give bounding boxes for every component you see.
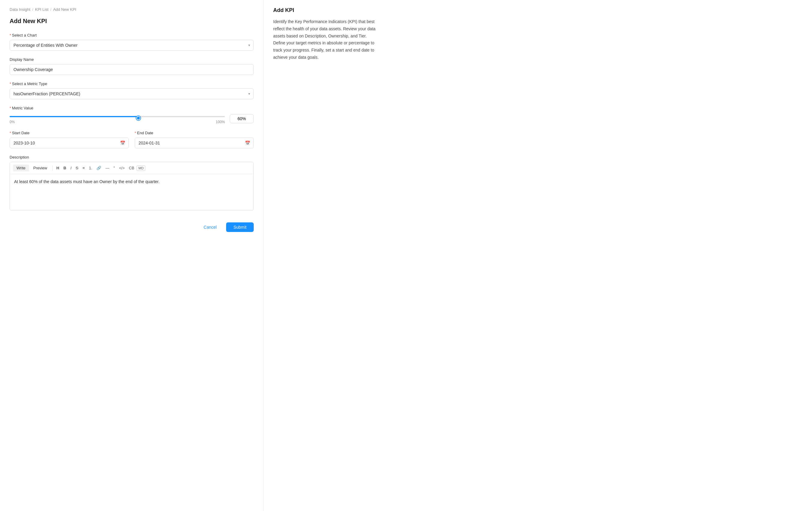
preview-tab[interactable]: Preview bbox=[30, 164, 51, 171]
slider-max-label: 100% bbox=[216, 120, 225, 124]
breadcrumb-sep-1: / bbox=[32, 7, 33, 12]
start-date-input[interactable] bbox=[9, 138, 129, 149]
italic-button[interactable]: I bbox=[68, 164, 74, 171]
chart-label-text: Select a Chart bbox=[12, 33, 36, 37]
footer-actions: Cancel Submit bbox=[9, 219, 254, 238]
metric-value-label: * Metric Value bbox=[9, 106, 254, 110]
metric-type-select[interactable]: hasOwnerFraction (PERCENTAGE) bbox=[9, 88, 254, 99]
md-button[interactable]: MD bbox=[137, 165, 145, 171]
metric-type-label-text: Select a Metric Type bbox=[12, 82, 47, 86]
editor-toolbar: Write Preview H B I S ≡ 1. 🔗 — " </> CB … bbox=[10, 162, 253, 174]
start-date-required-star: * bbox=[9, 131, 11, 135]
slider-row: 0% 100% bbox=[9, 113, 254, 124]
chart-select[interactable]: Percentage of Entities With Owner bbox=[9, 40, 254, 51]
ordered-list-button[interactable]: 1. bbox=[87, 164, 94, 171]
end-date-label: * End Date bbox=[135, 131, 254, 135]
end-date-input[interactable] bbox=[135, 138, 254, 149]
main-panel: Data Insight / KPI List / Add New KPI Ad… bbox=[0, 0, 264, 511]
end-date-label-text: End Date bbox=[137, 131, 153, 135]
chart-required-star: * bbox=[9, 33, 11, 37]
unordered-list-button[interactable]: ≡ bbox=[81, 164, 87, 171]
start-date-field: * Start Date 📅 bbox=[9, 131, 129, 149]
metric-value-required-star: * bbox=[9, 106, 11, 110]
slider-container: 0% 100% bbox=[9, 113, 225, 124]
breadcrumb: Data Insight / KPI List / Add New KPI bbox=[9, 7, 254, 12]
metric-value-input[interactable] bbox=[230, 114, 254, 123]
side-panel-description: Identify the Key Performance Indicators … bbox=[273, 18, 380, 61]
metric-value-label-text: Metric Value bbox=[12, 106, 33, 110]
write-tab[interactable]: Write bbox=[13, 164, 29, 171]
metric-type-required-star: * bbox=[9, 82, 11, 86]
start-date-label: * Start Date bbox=[9, 131, 129, 135]
blockquote-button[interactable]: " bbox=[112, 164, 117, 171]
breadcrumb-add-new-kpi: Add New KPI bbox=[53, 7, 76, 12]
description-label-text: Description bbox=[9, 155, 29, 159]
display-name-label: Display Name bbox=[9, 57, 254, 62]
link-button[interactable]: 🔗 bbox=[95, 164, 103, 171]
display-name-input[interactable] bbox=[9, 64, 254, 75]
toolbar-separator-1 bbox=[52, 165, 53, 171]
bold-button[interactable]: B bbox=[62, 164, 68, 171]
start-date-label-text: Start Date bbox=[12, 131, 30, 135]
display-name-label-text: Display Name bbox=[9, 57, 34, 62]
hr-button[interactable]: — bbox=[104, 164, 111, 171]
description-section: Description Write Preview H B I S ≡ 1. 🔗… bbox=[9, 155, 254, 210]
slider-labels: 0% 100% bbox=[9, 120, 225, 124]
chart-label: * Select a Chart bbox=[9, 33, 254, 37]
breadcrumb-kpi-list[interactable]: KPI List bbox=[35, 7, 49, 12]
metric-type-select-wrapper: hasOwnerFraction (PERCENTAGE) ▾ bbox=[9, 88, 254, 99]
start-date-input-wrapper: 📅 bbox=[9, 138, 129, 149]
metric-type-label: * Select a Metric Type bbox=[9, 82, 254, 86]
end-date-input-wrapper: 📅 bbox=[135, 138, 254, 149]
end-date-field: * End Date 📅 bbox=[135, 131, 254, 149]
end-date-required-star: * bbox=[135, 131, 136, 135]
strikethrough-button[interactable]: S bbox=[74, 164, 80, 171]
heading-button[interactable]: H bbox=[55, 164, 61, 171]
page-title: Add New KPI bbox=[9, 18, 254, 25]
breadcrumb-sep-2: / bbox=[50, 7, 52, 12]
chart-field-group: * Select a Chart Percentage of Entities … bbox=[9, 33, 254, 51]
description-label: Description bbox=[9, 155, 254, 159]
editor-wrapper: Write Preview H B I S ≡ 1. 🔗 — " </> CB … bbox=[9, 162, 254, 210]
description-text: At least 60% of the data assets must hav… bbox=[14, 179, 160, 184]
metric-value-section: * Metric Value 0% 100% bbox=[9, 106, 254, 124]
editor-content[interactable]: At least 60% of the data assets must hav… bbox=[10, 174, 253, 210]
cb-button[interactable]: CB bbox=[127, 164, 136, 171]
side-panel-title: Add KPI bbox=[273, 7, 380, 14]
breadcrumb-data-insight[interactable]: Data Insight bbox=[9, 7, 30, 12]
date-row: * Start Date 📅 * End Date 📅 bbox=[9, 131, 254, 149]
metric-type-field-group: * Select a Metric Type hasOwnerFraction … bbox=[9, 82, 254, 99]
cancel-button[interactable]: Cancel bbox=[198, 222, 223, 232]
slider-min-label: 0% bbox=[9, 120, 15, 124]
submit-button[interactable]: Submit bbox=[226, 222, 254, 232]
display-name-field-group: Display Name bbox=[9, 57, 254, 75]
code-button[interactable]: </> bbox=[117, 164, 127, 171]
metric-slider[interactable] bbox=[9, 116, 225, 117]
chart-select-wrapper: Percentage of Entities With Owner ▾ bbox=[9, 40, 254, 51]
side-panel: Add KPI Identify the Key Performance Ind… bbox=[264, 0, 389, 511]
